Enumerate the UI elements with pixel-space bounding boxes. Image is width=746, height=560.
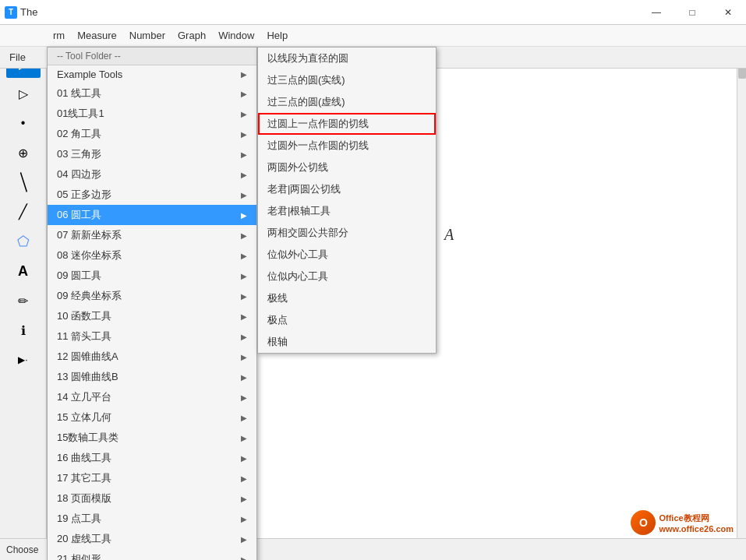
watermark-site: www.office26.com (659, 524, 734, 534)
submenu-item-three-point-solid[interactable]: 过三点的圆(实线) (258, 69, 436, 91)
submenu-item-external-tangent[interactable]: 两圆外公切线 (258, 157, 436, 178)
submenu-item-tangent-on-circle[interactable]: 过圆上一点作圆的切线 (258, 113, 436, 135)
menu-item-10-函数工具[interactable]: 10 函数工具▶ (48, 306, 256, 326)
menu-item-13-圆锥曲线B[interactable]: 13 圆锥曲线B▶ (48, 367, 256, 387)
polygon-tool-button[interactable]: ⬠ (6, 227, 41, 255)
animation-tool-button[interactable]: ▶· (6, 346, 41, 374)
menu-item-15数轴工具类[interactable]: 15数轴工具类▶ (48, 428, 256, 448)
menu-item-07-新新坐标系[interactable]: 07 新新坐标系▶ (48, 225, 256, 245)
minimize-button[interactable]: — (638, 0, 674, 25)
submenu-item-laojun-radical[interactable]: 老君|根轴工具 (258, 200, 436, 222)
menu-item-01-线工具[interactable]: 01 线工具▶ (48, 83, 256, 104)
app-title: The (20, 6, 37, 18)
maximize-button[interactable]: □ (674, 0, 710, 25)
titlebar-left: T The (0, 6, 37, 19)
submenu-item-radical-axis[interactable]: 根轴 (258, 331, 436, 353)
submenu-item-polar-point[interactable]: 极点 (258, 309, 436, 331)
app-logo: T (5, 6, 17, 19)
menu-item-02-角工具[interactable]: 02 角工具▶ (48, 124, 256, 144)
example-tools-arrow: ▶ (241, 70, 247, 79)
logo-text: T (9, 8, 13, 16)
point-a-label: A (444, 226, 454, 244)
menu-item-09-圆工具[interactable]: 09 圆工具▶ (48, 266, 256, 286)
menu-item-rm[interactable]: rm (47, 28, 71, 43)
menu-item-03-三角形[interactable]: 03 三角形▶ (48, 144, 256, 164)
window-controls: — □ ✕ (638, 0, 746, 25)
submenu-item-three-point-dashed[interactable]: 过三点的圆(虚线) (258, 91, 436, 113)
tool-folder-header: -- Tool Folder -- (48, 48, 256, 65)
text-tool-button[interactable]: A (6, 257, 41, 285)
info-tool-button[interactable]: ℹ (6, 316, 41, 344)
vertical-scrollbar[interactable] (737, 47, 746, 538)
menu-item-measure[interactable]: Measure (71, 28, 123, 43)
watermark-name: Office教程网 (659, 512, 734, 524)
menu-item-20-虚线工具[interactable]: 20 虚线工具▶ (48, 529, 256, 549)
example-tools-label: Example Tools (57, 69, 122, 80)
menu-item-window[interactable]: Window (212, 28, 260, 43)
submenu-item-homothetic-incenter[interactable]: 位似内心工具 (258, 266, 436, 287)
circle-tools-submenu: 以线段为直径的圆 过三点的圆(实线) 过三点的圆(虚线) 过圆上一点作圆的切线 … (257, 47, 437, 354)
watermark: O Office教程网 www.office26.com (631, 510, 734, 535)
menu-item-21-相似形[interactable]: 21 相似形▶ (48, 549, 256, 560)
menu-item-16-曲线工具[interactable]: 16 曲线工具▶ (48, 448, 256, 468)
submenu-item-diameter-circle[interactable]: 以线段为直径的圆 (258, 48, 436, 69)
menu-item-18-页面模版[interactable]: 18 页面模版▶ (48, 488, 256, 509)
watermark-logo-text: O (639, 516, 648, 529)
submenu-item-intersection[interactable]: 两相交圆公共部分 (258, 222, 436, 244)
pencil-tool-button[interactable]: ✏ (6, 287, 41, 315)
tool-folder-menu: -- Tool Folder -- Example Tools ▶ 01 线工具… (47, 47, 257, 560)
menu-item-04-四边形[interactable]: 04 四边形▶ (48, 164, 256, 185)
menu-item-help[interactable]: Help (260, 28, 294, 43)
close-button[interactable]: ✕ (710, 0, 746, 25)
menu-item-06-圆工具[interactable]: 06 圆工具▶ (48, 205, 256, 225)
point-tool-button[interactable]: • (6, 109, 41, 137)
menu-item-12-圆锥曲线A[interactable]: 12 圆锥曲线A▶ (48, 347, 256, 367)
submenu-item-polar-line[interactable]: 极线 (258, 287, 436, 309)
menu-item-05-正多边形[interactable]: 05 正多边形▶ (48, 185, 256, 205)
submenu-item-laojun-tangent[interactable]: 老君|两圆公切线 (258, 178, 436, 200)
menu-item-08-迷你坐标系[interactable]: 08 迷你坐标系▶ (48, 245, 256, 266)
menu-item-09-经典坐标系[interactable]: 09 经典坐标系▶ (48, 286, 256, 306)
primary-menubar: rm Measure Number Graph Window Help (0, 25, 746, 47)
menu-item-graph[interactable]: Graph (171, 28, 212, 43)
menu-item-15-立体几何[interactable]: 15 立体几何▶ (48, 407, 256, 428)
watermark-info: Office教程网 www.office26.com (659, 512, 734, 534)
example-tools-item[interactable]: Example Tools ▶ (48, 65, 256, 83)
watermark-logo: O (631, 510, 656, 535)
left-toolbar: ▶ ▷ • ⊕ ╱ ╱ ⬠ A ✏ ℹ ▶· (0, 47, 47, 538)
menu-item-number[interactable]: Number (123, 28, 171, 43)
titlebar: T The — □ ✕ (0, 0, 746, 25)
menu-item-14-立几平台[interactable]: 14 立几平台▶ (48, 387, 256, 407)
submenu-item-homothetic-circumcenter[interactable]: 位似外心工具 (258, 244, 436, 266)
menu-item-11-箭头工具[interactable]: 11 箭头工具▶ (48, 326, 256, 347)
submenu-item-tangent-outside-circle[interactable]: 过圆外一点作圆的切线 (258, 135, 436, 157)
move-tool-button[interactable]: ▷ (6, 79, 41, 107)
menu-item-19-点工具[interactable]: 19 点工具▶ (48, 509, 256, 529)
status-choose-label: Choose (6, 544, 38, 555)
menu-item-01线工具1[interactable]: 01线工具1▶ (48, 104, 256, 124)
menu-item-file[interactable]: File (3, 50, 32, 65)
menu-item-17-其它工具[interactable]: 17 其它工具▶ (48, 468, 256, 488)
